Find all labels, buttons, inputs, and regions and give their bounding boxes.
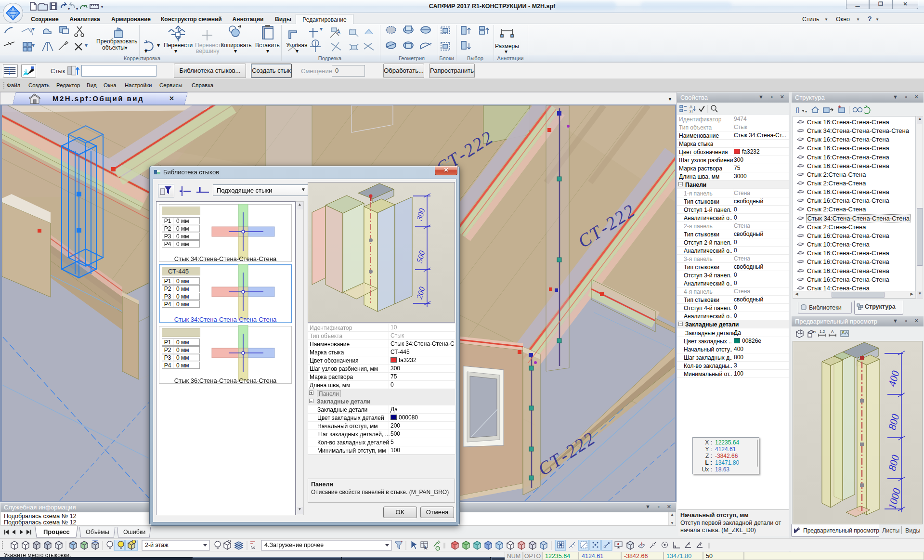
svg-text:300: 300: [415, 207, 427, 222]
svg-text:▾: ▾: [144, 48, 147, 54]
svg-text:▾: ▾: [234, 48, 237, 54]
svg-text:XY: XY: [812, 330, 817, 334]
svg-text:x: x: [688, 542, 690, 546]
svg-text:4.Загружение прочее: 4.Загружение прочее: [264, 542, 324, 548]
svg-text:▾: ▾: [174, 48, 177, 54]
svg-text:500: 500: [415, 249, 427, 264]
svg-text:▾: ▾: [32, 26, 35, 32]
svg-text:2-й этаж: 2-й этаж: [145, 542, 169, 548]
svg-text:▾: ▾: [68, 7, 70, 11]
svg-text:1000: 1000: [886, 487, 903, 510]
svg-text:{}: {}: [795, 106, 800, 113]
svg-text:▾: ▾: [320, 26, 323, 32]
svg-text:▾: ▾: [76, 7, 78, 11]
svg-text:800: 800: [886, 413, 902, 431]
svg-text:800: 800: [886, 454, 902, 472]
svg-text:400: 400: [886, 369, 902, 388]
svg-text:вершину: вершину: [196, 48, 220, 54]
svg-text:1.2: 1.2: [820, 329, 825, 334]
svg-text:объекты▾: объекты▾: [102, 44, 128, 51]
svg-text:Преобразовать: Преобразовать: [96, 38, 137, 45]
svg-text:Перенести: Перенести: [164, 42, 193, 49]
svg-text:▾: ▾: [32, 42, 35, 49]
svg-text:▾: ▾: [157, 42, 160, 49]
svg-text:y: y: [700, 542, 702, 546]
svg-text:▾: ▾: [805, 109, 807, 114]
svg-text:▾: ▾: [296, 48, 299, 54]
svg-text:▾: ▾: [505, 48, 508, 55]
svg-text:▾: ▾: [101, 5, 103, 9]
svg-text:№: №: [250, 545, 255, 550]
svg-text:Я: Я: [690, 109, 693, 114]
svg-text:▾: ▾: [85, 42, 88, 49]
svg-text:▾: ▾: [266, 48, 269, 54]
svg-text:A: A: [337, 29, 340, 35]
svg-text:A: A: [831, 329, 834, 334]
svg-text:200: 200: [415, 286, 427, 300]
